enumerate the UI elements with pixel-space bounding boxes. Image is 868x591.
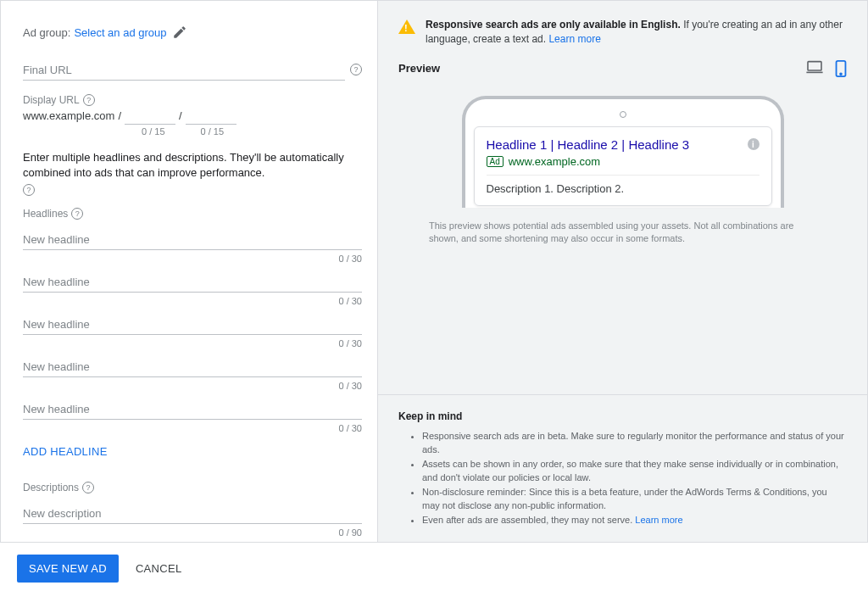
ad-group-label: Ad group: <box>23 26 70 39</box>
keep-in-mind-title: Keep in mind <box>398 410 847 422</box>
select-ad-group-link[interactable]: Select an ad group <box>74 26 166 39</box>
display-url-label: Display URL <box>23 94 80 106</box>
keep-item: Even after ads are assembled, they may n… <box>422 513 847 527</box>
save-new-ad-button[interactable]: SAVE NEW AD <box>17 555 119 583</box>
headline-input-4[interactable] <box>23 355 362 377</box>
headline-input-5[interactable] <box>23 398 362 420</box>
description-input-1[interactable] <box>23 502 362 524</box>
ad-preview-card: Headline 1 | Headline 2 | Headline 3 i A… <box>474 126 772 206</box>
help-icon[interactable]: ? <box>350 64 362 75</box>
final-url-input[interactable] <box>23 59 345 81</box>
learn-more-link[interactable]: Learn more <box>635 515 682 525</box>
warning-banner: Responsive search ads are only available… <box>378 1 867 57</box>
warning-bold: Responsive search ads are only available… <box>426 19 681 31</box>
help-icon[interactable]: ? <box>71 208 83 220</box>
keep-item: Responsive search ads are in beta. Make … <box>422 429 847 457</box>
info-icon[interactable]: i <box>748 138 760 150</box>
mobile-icon[interactable] <box>835 60 847 77</box>
descriptions-label: Descriptions <box>23 482 79 493</box>
headline-counter: 0 / 30 <box>23 254 362 264</box>
keep-item: Assets can be shown in any order, so mak… <box>422 457 847 485</box>
headline-input-2[interactable] <box>23 270 362 293</box>
description-counter: 0 / 90 <box>23 527 362 538</box>
keep-in-mind-section: Keep in mind Responsive search ads are i… <box>378 394 867 543</box>
help-icon[interactable]: ? <box>23 184 35 196</box>
preview-title: Preview <box>398 62 440 75</box>
footer-actions: SAVE NEW AD CANCEL <box>0 543 868 591</box>
preview-note: This preview shows potential ads assembl… <box>378 215 867 246</box>
headline-counter: 0 / 30 <box>23 381 362 391</box>
path1-counter: 0 / 15 <box>142 126 165 137</box>
ad-badge: Ad <box>487 156 504 167</box>
intro-text: Enter multiple headlines and description… <box>23 150 362 181</box>
help-icon[interactable]: ? <box>82 482 94 493</box>
path1-input[interactable] <box>125 108 175 125</box>
ad-headline-preview: Headline 1 | Headline 2 | Headline 3 <box>487 137 690 152</box>
cancel-button[interactable]: CANCEL <box>136 562 182 575</box>
add-headline-button[interactable]: ADD HEADLINE <box>23 445 108 458</box>
headline-counter: 0 / 30 <box>23 296 362 306</box>
phone-preview-frame: Headline 1 | Headline 2 | Headline 3 i A… <box>462 96 784 208</box>
ad-group-selector: Ad group: Select an ad group <box>23 25 362 40</box>
warning-icon <box>398 20 415 34</box>
keep-item: Non-disclosure reminder: Since this is a… <box>422 485 847 513</box>
svg-point-3 <box>840 73 842 75</box>
pencil-icon[interactable] <box>172 25 187 40</box>
headline-input-1[interactable] <box>23 228 362 250</box>
headline-input-3[interactable] <box>23 313 362 335</box>
phone-speaker-icon <box>620 111 626 118</box>
learn-more-link[interactable]: Learn more <box>548 33 600 45</box>
path2-counter: 0 / 15 <box>201 126 225 137</box>
ad-description-preview: Description 1. Description 2. <box>487 182 760 195</box>
ad-url-preview: www.example.com <box>509 155 600 168</box>
svg-rect-0 <box>808 61 821 70</box>
path2-input[interactable] <box>186 108 236 125</box>
preview-panel: Responsive search ads are only available… <box>378 1 867 542</box>
headline-counter: 0 / 30 <box>23 423 362 433</box>
display-domain: www.example.com <box>23 109 114 122</box>
desktop-icon[interactable] <box>806 60 823 74</box>
path-separator: / <box>118 109 121 122</box>
headlines-label: Headlines <box>23 208 68 220</box>
headline-counter: 0 / 30 <box>23 338 362 348</box>
help-icon[interactable]: ? <box>83 94 95 106</box>
path-separator: / <box>179 109 182 122</box>
ad-editor-panel: Ad group: Select an ad group ? Display U… <box>1 1 378 542</box>
